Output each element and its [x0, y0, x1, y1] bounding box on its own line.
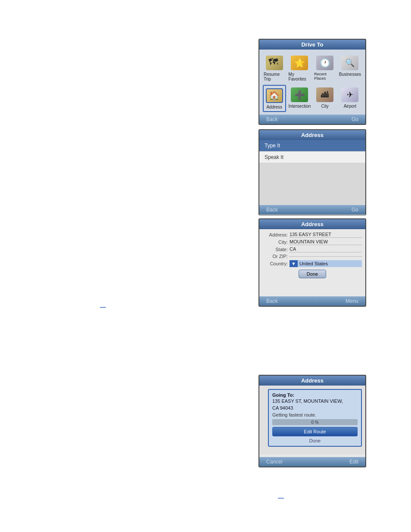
drive-to-address[interactable]: 🏠 Address [263, 85, 286, 112]
address-popup-cancel-button[interactable]: Cancel [266, 459, 282, 465]
address-popup-body: Address: City: State: Or ZIP: Country: G… [259, 386, 365, 454]
state-row: State: CA [263, 246, 362, 252]
address-field-value[interactable]: 135 EASY STREET [290, 232, 362, 238]
blue-dash-1: — [100, 304, 106, 311]
state-field-value[interactable]: CA [290, 246, 362, 252]
edit-route-button[interactable]: Edit Route [272, 427, 358, 436]
country-dropdown[interactable]: ▼ [290, 260, 298, 267]
address-type-list: Type It Speak It [259, 140, 365, 215]
going-to-label: Going To: [272, 392, 358, 398]
address-popup-header: Address [259, 376, 365, 386]
address-row: Address: 135 EASY STREET [263, 232, 362, 238]
drive-to-grid: Resume Trip ⭐ My Favorites 🕐 Recent Plac… [259, 50, 365, 115]
address-type-go-button[interactable]: Go [352, 207, 358, 213]
drive-to-resume-trip[interactable]: Resume Trip [263, 53, 286, 83]
resume-trip-icon [266, 56, 283, 70]
favorites-label: My Favorites [289, 72, 311, 81]
address-form-footer: Back Menu [259, 296, 365, 306]
drive-to-favorites[interactable]: ⭐ My Favorites [288, 53, 312, 83]
destination-line2: CA 94043 [272, 405, 358, 411]
address-type-footer: Back Go [259, 205, 365, 215]
address-form-body: Address: 135 EASY STREET City: MOUNTAIN … [259, 229, 365, 283]
address-icon: 🏠 [266, 88, 283, 103]
drive-to-intersection[interactable]: ➕ Intersection [288, 85, 312, 112]
recent-places-label: Recent Places [314, 72, 336, 81]
country-field-label: Country: [263, 261, 288, 266]
route-popup: Going To: 135 EASY ST, MOUNTAIN VIEW, CA… [268, 389, 362, 447]
city-row: City: MOUNTAIN VIEW [263, 239, 362, 245]
drive-to-header: Drive To [259, 40, 365, 50]
airport-icon: ✈ [341, 87, 358, 102]
address-form-panel: Address Address: 135 EASY STREET City: M… [258, 218, 366, 307]
route-status: Getting fastest route. [272, 412, 358, 417]
city-field-value[interactable]: MOUNTAIN VIEW [290, 239, 362, 245]
blue-dash-2: — [278, 495, 284, 501]
route-progress-label: 0 % [311, 420, 318, 425]
airport-label: Airport [344, 104, 356, 109]
address-field-label: Address: [263, 232, 288, 237]
businesses-label: Businesses [339, 72, 361, 77]
destination-line1: 135 EASY ST, MOUNTAIN VIEW, [272, 398, 358, 404]
intersection-label: Intersection [289, 104, 311, 109]
drive-to-footer: Back Go [259, 115, 365, 124]
done-button[interactable]: Done [299, 270, 326, 278]
drive-to-recent-places[interactable]: 🕐 Recent Places [313, 53, 336, 83]
address-label: Address [266, 105, 282, 109]
businesses-icon: 🔍 [341, 56, 358, 70]
address-form-back-button[interactable]: Back [266, 298, 278, 304]
country-field-value[interactable]: United States [298, 260, 362, 267]
zip-field-value[interactable] [290, 256, 362, 257]
city-field-label: City: [263, 240, 288, 245]
city-label: City [321, 104, 328, 109]
drive-to-go-button[interactable]: Go [352, 116, 358, 122]
route-progress-bar: 0 % [272, 419, 358, 425]
speak-it-option[interactable]: Speak It [259, 152, 365, 163]
address-type-back-button[interactable]: Back [266, 207, 278, 213]
address-popup-panel: Address Address: City: State: Or ZIP: Co… [258, 375, 366, 467]
drive-to-businesses[interactable]: 🔍 Businesses [338, 53, 362, 83]
drive-to-city[interactable]: 🏙 City [313, 85, 336, 112]
address-form-header: Address [259, 219, 365, 229]
drive-to-back-button[interactable]: Back [266, 116, 278, 122]
address-popup-footer: Cancel Edit [259, 457, 365, 467]
address-popup-edit-button[interactable]: Edit [349, 459, 358, 465]
drive-to-panel: Drive To Resume Trip ⭐ My Favorites 🕐 Re… [258, 39, 366, 125]
zip-field-label: Or ZIP: [263, 254, 288, 259]
drive-to-airport[interactable]: ✈ Airport [338, 85, 362, 112]
city-icon: 🏙 [316, 87, 333, 102]
resume-trip-label: Resume Trip [264, 72, 285, 81]
intersection-icon: ➕ [291, 87, 308, 102]
address-type-panel: Address Type It Speak It Back Go [258, 129, 366, 215]
recent-places-icon: 🕐 [316, 56, 333, 70]
address-form-menu-button[interactable]: Menu [346, 298, 358, 304]
country-row: Country: ▼ United States [263, 260, 362, 267]
zip-row: Or ZIP: [263, 254, 362, 259]
favorites-icon: ⭐ [291, 56, 308, 70]
address-type-header: Address [259, 130, 365, 140]
state-field-label: State: [263, 247, 288, 252]
type-it-option[interactable]: Type It [259, 140, 365, 152]
popup-done-link[interactable]: Done [272, 438, 358, 443]
